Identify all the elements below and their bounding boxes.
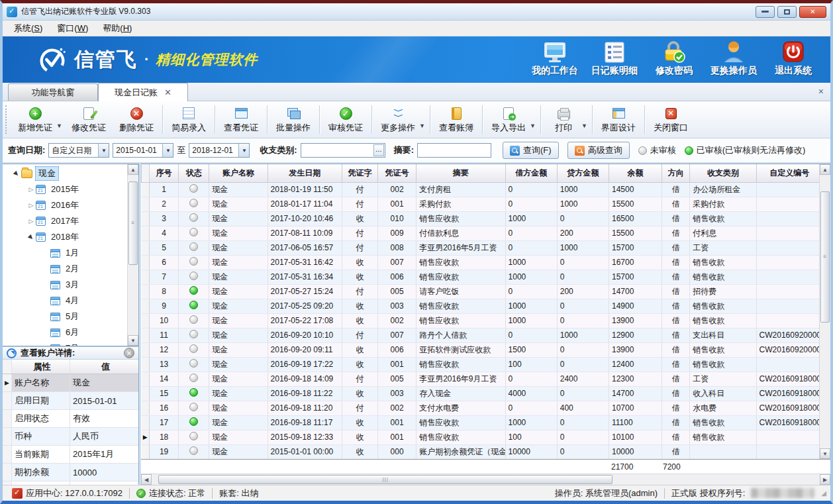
close-button[interactable]: ✕ xyxy=(799,6,826,18)
toolbar-ui-design-button[interactable]: 界面设计 xyxy=(595,103,642,136)
column-header-收支类别[interactable]: 收支类别 xyxy=(690,164,756,182)
tree-item-2016年[interactable]: ▷2016年 xyxy=(3,197,127,213)
expander-closed-icon[interactable]: ▷ xyxy=(26,186,36,193)
scroll-left-icon[interactable]: ◀ xyxy=(141,474,152,485)
tree-item-2018年[interactable]: ▶2018年 xyxy=(3,229,127,245)
summary-input[interactable] xyxy=(418,144,491,157)
toolbar-ledger-book-button[interactable]: 查看账簿 xyxy=(432,103,480,136)
table-row[interactable]: 7现金2017-05-31 16:34收006销售应收款1000015700借销… xyxy=(142,270,820,284)
column-header-发生日期[interactable]: 发生日期 xyxy=(268,164,342,182)
scrollbar-thumb[interactable]: ||| xyxy=(158,475,612,484)
toolbar-delete-button[interactable]: ✕删除凭证 xyxy=(113,103,160,136)
table-row[interactable]: 11现金2016-09-20 10:10付007路丹个人借款0100012900… xyxy=(142,328,820,342)
property-row-当前账期[interactable]: 当前账期2015年1月 xyxy=(3,446,138,464)
minimize-button[interactable] xyxy=(756,6,775,18)
column-header-凭证号[interactable]: 凭证号 xyxy=(378,164,416,182)
banner-action-exit-power[interactable]: 退出系统 xyxy=(765,38,821,81)
scroll-up-icon[interactable]: ▲ xyxy=(820,164,830,175)
table-row[interactable]: 12现金2016-09-20 09:11收006亚拓软件测试应收款1500013… xyxy=(142,342,820,357)
expander-open-icon[interactable]: ▶ xyxy=(11,168,23,179)
tree-scrollbar[interactable]: ▲ ≡ ▼ xyxy=(127,164,138,346)
tab-现金日记账[interactable]: 现金日记账✕ xyxy=(98,83,188,101)
toolbar-grid-entry-button[interactable]: 简易录入 xyxy=(165,103,213,136)
toolbar-print-button[interactable]: 打印 xyxy=(543,103,584,136)
chevron-down-icon[interactable]: ▼ xyxy=(162,144,173,157)
expander-closed-icon[interactable]: ▷ xyxy=(26,218,36,225)
table-row[interactable]: 13现金2016-09-19 17:22收001销售应收款100012400借销… xyxy=(142,357,820,372)
chevron-down-icon[interactable]: ▼ xyxy=(98,144,109,157)
column-header-凭证字[interactable]: 凭证字 xyxy=(342,164,377,182)
table-row[interactable]: 17现金2016-09-18 11:17收001销售应收款1000011100借… xyxy=(142,415,820,430)
banner-action-switch-operator-user[interactable]: 更换操作员 xyxy=(706,38,761,81)
column-header-贷方金额[interactable]: 贷方金额 xyxy=(557,164,609,182)
category-picker-button[interactable]: … xyxy=(373,144,384,156)
table-row[interactable]: 15现金2016-09-18 11:22收003存入现金4000014700借收… xyxy=(142,386,820,401)
scroll-down-icon[interactable]: ▼ xyxy=(128,335,138,346)
column-header-状态[interactable]: 状态 xyxy=(179,164,209,182)
toolbar-view-voucher-button[interactable]: 查看凭证 xyxy=(217,103,265,136)
tree-item-4月[interactable]: 4月 xyxy=(3,293,127,309)
query-button[interactable]: 查询(F) xyxy=(503,142,559,159)
table-row[interactable]: 4现金2017-08-11 10:09付009付借款利息020015500借付利… xyxy=(142,226,820,240)
table-row[interactable]: 14现金2016-09-18 14:09付005李亚男2016年9月工资0240… xyxy=(142,372,820,386)
column-header-序号[interactable]: 序号 xyxy=(150,164,179,182)
column-header-账户名称[interactable]: 账户名称 xyxy=(209,164,268,182)
toolbar-batch-button[interactable]: 批量操作 xyxy=(270,103,317,136)
tree-item-3月[interactable]: 3月 xyxy=(3,277,127,293)
tabstrip-close-icon[interactable]: × xyxy=(818,86,824,97)
table-horizontal-scrollbar[interactable]: ◀ ||| ▶ xyxy=(141,474,830,485)
column-header-借方金额[interactable]: 借方金额 xyxy=(505,164,557,182)
column-header-摘要[interactable]: 摘要 xyxy=(416,164,505,182)
property-row-币种[interactable]: 币种人民币 xyxy=(3,428,138,446)
menu-item[interactable]: 帮助(H) xyxy=(97,21,138,36)
scrollbar-thumb[interactable]: ≡ xyxy=(820,191,830,323)
banner-action-change-password-lock[interactable]: 修改密码 xyxy=(646,38,702,81)
scroll-down-icon[interactable]: ▼ xyxy=(820,448,830,459)
toolbar-audit-check-button[interactable]: ✓审核凭证 xyxy=(322,103,369,136)
tab-close-icon[interactable]: ✕ xyxy=(164,87,172,97)
chevron-down-icon[interactable]: ▼ xyxy=(238,144,249,157)
date-from-select[interactable]: 2015-01-01 ▼ xyxy=(113,143,173,158)
expander-closed-icon[interactable]: ▷ xyxy=(26,202,36,209)
toolbar-add-button[interactable]: +新增凭证 xyxy=(11,103,59,136)
menu-item[interactable]: 系统(S) xyxy=(8,21,48,36)
tree-item-现金[interactable]: ▶现金 xyxy=(3,166,127,181)
property-row-启用日期[interactable]: 启用日期2015-01-01 xyxy=(3,392,138,410)
toolbar-more-chevron-button[interactable]: ﹀﹀更多操作 xyxy=(374,103,422,136)
tree-item-5月[interactable]: 5月 xyxy=(3,309,127,325)
table-row[interactable]: 1现金2018-01-19 11:50付002支付房租0100014500借办公… xyxy=(142,182,820,197)
advanced-query-button[interactable]: 高级查询 xyxy=(567,142,630,159)
date-to-select[interactable]: 2018-12-01 ▼ xyxy=(189,143,250,158)
table-row[interactable]: 8现金2017-05-27 15:24付005请客户吃饭020014700借招待… xyxy=(142,284,820,299)
toolbar-close-window-button[interactable]: ✕关闭窗口 xyxy=(647,103,695,136)
table-row[interactable]: 16现金2016-09-18 11:20付002支付水电费040010700借水… xyxy=(142,401,820,415)
chevron-down-icon[interactable]: ▼ xyxy=(581,123,589,129)
tree-item-7月[interactable]: 7月 xyxy=(3,340,127,346)
scroll-right-icon[interactable]: ▶ xyxy=(820,474,830,485)
table-row[interactable]: 19现金2015-01-01 00:00收000账户期初余额凭证（现金）1000… xyxy=(142,444,820,459)
chevron-down-icon[interactable]: ▼ xyxy=(56,123,64,129)
toolbar-import-export-button[interactable]: ➜导入导出 xyxy=(485,103,532,136)
tab-功能导航窗[interactable]: 功能导航窗 xyxy=(8,83,98,101)
table-row[interactable]: 9现金2017-05-25 09:20收003销售应收款1000014900借销… xyxy=(142,299,820,313)
property-row-启用状态[interactable]: 启用状态有效 xyxy=(3,410,138,428)
table-row[interactable]: 10现金2017-05-22 17:08收002销售应收款1000013900借… xyxy=(142,313,820,328)
date-mode-select[interactable]: 自定义日期 ▼ xyxy=(48,143,109,158)
chevron-down-icon[interactable]: ▼ xyxy=(530,123,538,129)
table-row[interactable]: 2现金2018-01-17 11:04付001采购付款0100015500借采购… xyxy=(142,197,820,211)
table-row[interactable]: 5现金2017-06-05 16:57付008李亚男2016年5月工资01000… xyxy=(142,240,820,255)
close-icon[interactable]: ✕ xyxy=(124,348,134,358)
table-vertical-scrollbar[interactable]: ▲ ≡ ▼ xyxy=(819,164,830,459)
tree-item-2月[interactable]: 2月 xyxy=(3,261,127,277)
category-input[interactable] xyxy=(301,144,373,157)
tree-item-6月[interactable]: 6月 xyxy=(3,325,127,340)
banner-action-workbench-monitor[interactable]: 我的工作台 xyxy=(527,39,583,81)
column-header-自定义编号[interactable]: 自定义编号 xyxy=(756,164,819,182)
tree-item-2015年[interactable]: ▷2015年 xyxy=(3,181,127,197)
expander-open-icon[interactable]: ▶ xyxy=(26,232,37,243)
property-row-期初余额[interactable]: 期初余额10000 xyxy=(3,464,138,481)
toolbar-edit-button[interactable]: 修改凭证 xyxy=(65,103,113,136)
table-row[interactable]: 6现金2017-05-31 16:42收007销售应收款1000016700借销… xyxy=(142,255,820,270)
column-header-余额[interactable]: 余额 xyxy=(609,164,662,182)
menu-item[interactable]: 窗口(W) xyxy=(51,21,94,36)
